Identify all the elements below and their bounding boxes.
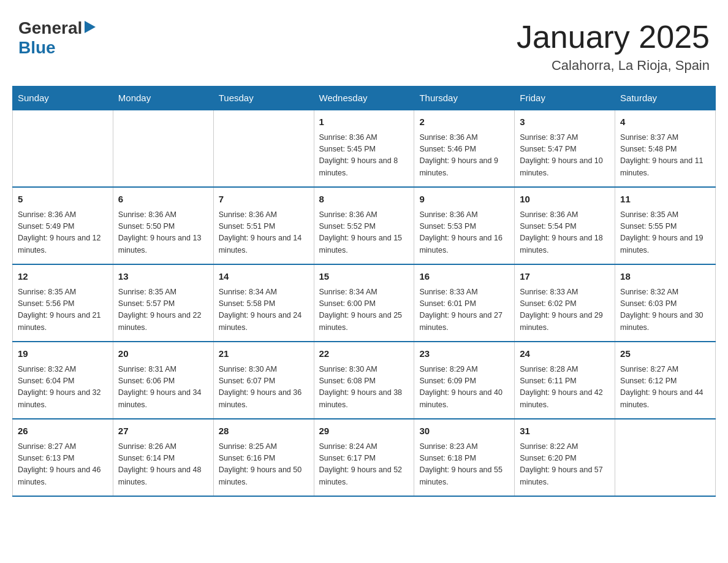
calendar-cell: 26Sunrise: 8:27 AMSunset: 6:13 PMDayligh… bbox=[13, 419, 113, 496]
day-info: Sunrise: 8:36 AMSunset: 5:45 PMDaylight:… bbox=[319, 132, 409, 180]
calendar-cell bbox=[13, 110, 113, 187]
day-info: Sunrise: 8:29 AMSunset: 6:09 PMDaylight:… bbox=[419, 364, 509, 412]
calendar-cell: 21Sunrise: 8:30 AMSunset: 6:07 PMDayligh… bbox=[213, 342, 314, 419]
calendar-cell: 18Sunrise: 8:32 AMSunset: 6:03 PMDayligh… bbox=[615, 264, 716, 342]
day-info: Sunrise: 8:34 AMSunset: 5:58 PMDaylight:… bbox=[219, 286, 309, 334]
calendar-cell: 8Sunrise: 8:36 AMSunset: 5:52 PMDaylight… bbox=[314, 187, 414, 264]
day-info: Sunrise: 8:30 AMSunset: 6:08 PMDaylight:… bbox=[319, 364, 409, 412]
day-number: 21 bbox=[219, 347, 309, 361]
day-info: Sunrise: 8:33 AMSunset: 6:02 PMDaylight:… bbox=[520, 286, 610, 334]
calendar-cell: 2Sunrise: 8:36 AMSunset: 5:46 PMDaylight… bbox=[414, 110, 515, 187]
day-number: 30 bbox=[419, 424, 509, 439]
day-info: Sunrise: 8:35 AMSunset: 5:57 PMDaylight:… bbox=[118, 286, 208, 334]
day-info: Sunrise: 8:23 AMSunset: 6:18 PMDaylight:… bbox=[419, 441, 509, 489]
day-number: 5 bbox=[18, 193, 108, 207]
day-number: 27 bbox=[118, 424, 208, 439]
logo: General Blue bbox=[18, 18, 98, 58]
logo-general-text: General bbox=[18, 18, 82, 38]
day-number: 7 bbox=[219, 193, 309, 207]
calendar-cell: 24Sunrise: 8:28 AMSunset: 6:11 PMDayligh… bbox=[515, 342, 615, 419]
calendar-cell: 25Sunrise: 8:27 AMSunset: 6:12 PMDayligh… bbox=[615, 342, 716, 419]
day-number: 20 bbox=[118, 347, 208, 361]
day-of-week-header: Tuesday bbox=[213, 86, 314, 110]
page-subtitle: Calahorra, La Rioja, Spain bbox=[517, 58, 710, 74]
day-number: 1 bbox=[319, 115, 409, 129]
calendar-cell: 15Sunrise: 8:34 AMSunset: 6:00 PMDayligh… bbox=[314, 264, 414, 342]
day-number: 6 bbox=[118, 193, 208, 207]
calendar-cell: 19Sunrise: 8:32 AMSunset: 6:04 PMDayligh… bbox=[13, 342, 113, 419]
day-number: 29 bbox=[319, 424, 409, 439]
calendar-cell: 20Sunrise: 8:31 AMSunset: 6:06 PMDayligh… bbox=[113, 342, 213, 419]
calendar-cell: 1Sunrise: 8:36 AMSunset: 5:45 PMDaylight… bbox=[314, 110, 414, 187]
day-number: 22 bbox=[319, 347, 409, 361]
day-info: Sunrise: 8:30 AMSunset: 6:07 PMDaylight:… bbox=[219, 364, 309, 412]
calendar-cell: 16Sunrise: 8:33 AMSunset: 6:01 PMDayligh… bbox=[414, 264, 515, 342]
calendar-week-row: 1Sunrise: 8:36 AMSunset: 5:45 PMDaylight… bbox=[13, 110, 716, 187]
day-number: 24 bbox=[520, 347, 610, 361]
page-header: General Blue January 2025 Calahorra, La … bbox=[12, 12, 716, 74]
calendar-cell: 17Sunrise: 8:33 AMSunset: 6:02 PMDayligh… bbox=[515, 264, 615, 342]
day-number: 14 bbox=[219, 270, 309, 284]
day-of-week-header: Friday bbox=[515, 86, 615, 110]
day-info: Sunrise: 8:36 AMSunset: 5:54 PMDaylight:… bbox=[520, 209, 610, 257]
day-number: 10 bbox=[520, 193, 610, 207]
calendar-cell: 27Sunrise: 8:26 AMSunset: 6:14 PMDayligh… bbox=[113, 419, 213, 496]
calendar-cell: 12Sunrise: 8:35 AMSunset: 5:56 PMDayligh… bbox=[13, 264, 113, 342]
calendar-header-row: SundayMondayTuesdayWednesdayThursdayFrid… bbox=[13, 86, 716, 110]
page-title: January 2025 bbox=[517, 18, 710, 55]
day-info: Sunrise: 8:32 AMSunset: 6:04 PMDaylight:… bbox=[18, 364, 108, 412]
day-info: Sunrise: 8:33 AMSunset: 6:01 PMDaylight:… bbox=[419, 286, 509, 334]
day-info: Sunrise: 8:37 AMSunset: 5:48 PMDaylight:… bbox=[620, 132, 710, 180]
calendar-cell: 31Sunrise: 8:22 AMSunset: 6:20 PMDayligh… bbox=[515, 419, 615, 496]
calendar-cell: 28Sunrise: 8:25 AMSunset: 6:16 PMDayligh… bbox=[213, 419, 314, 496]
day-of-week-header: Monday bbox=[113, 86, 213, 110]
day-info: Sunrise: 8:36 AMSunset: 5:53 PMDaylight:… bbox=[419, 209, 509, 257]
calendar-cell: 5Sunrise: 8:36 AMSunset: 5:49 PMDaylight… bbox=[13, 187, 113, 264]
day-number: 9 bbox=[419, 193, 509, 207]
day-number: 18 bbox=[620, 270, 710, 284]
calendar-week-row: 12Sunrise: 8:35 AMSunset: 5:56 PMDayligh… bbox=[13, 264, 716, 342]
day-number: 16 bbox=[419, 270, 509, 284]
day-info: Sunrise: 8:27 AMSunset: 6:13 PMDaylight:… bbox=[18, 441, 108, 489]
calendar-cell bbox=[615, 419, 716, 496]
day-info: Sunrise: 8:25 AMSunset: 6:16 PMDaylight:… bbox=[219, 441, 309, 489]
day-number: 12 bbox=[18, 270, 108, 284]
day-info: Sunrise: 8:35 AMSunset: 5:56 PMDaylight:… bbox=[18, 286, 108, 334]
calendar-cell: 11Sunrise: 8:35 AMSunset: 5:55 PMDayligh… bbox=[615, 187, 716, 264]
day-info: Sunrise: 8:31 AMSunset: 6:06 PMDaylight:… bbox=[118, 364, 208, 412]
day-info: Sunrise: 8:27 AMSunset: 6:12 PMDaylight:… bbox=[620, 364, 710, 412]
calendar-cell: 10Sunrise: 8:36 AMSunset: 5:54 PMDayligh… bbox=[515, 187, 615, 264]
day-number: 4 bbox=[620, 115, 710, 129]
calendar-cell: 29Sunrise: 8:24 AMSunset: 6:17 PMDayligh… bbox=[314, 419, 414, 496]
day-number: 8 bbox=[319, 193, 409, 207]
calendar-cell: 30Sunrise: 8:23 AMSunset: 6:18 PMDayligh… bbox=[414, 419, 515, 496]
day-of-week-header: Sunday bbox=[13, 86, 113, 110]
calendar-week-row: 19Sunrise: 8:32 AMSunset: 6:04 PMDayligh… bbox=[13, 342, 716, 419]
day-info: Sunrise: 8:26 AMSunset: 6:14 PMDaylight:… bbox=[118, 441, 208, 489]
calendar-cell bbox=[213, 110, 314, 187]
calendar-cell: 6Sunrise: 8:36 AMSunset: 5:50 PMDaylight… bbox=[113, 187, 213, 264]
day-info: Sunrise: 8:32 AMSunset: 6:03 PMDaylight:… bbox=[620, 286, 710, 334]
day-of-week-header: Wednesday bbox=[314, 86, 414, 110]
svg-marker-0 bbox=[85, 21, 96, 33]
calendar-cell: 14Sunrise: 8:34 AMSunset: 5:58 PMDayligh… bbox=[213, 264, 314, 342]
calendar-cell: 23Sunrise: 8:29 AMSunset: 6:09 PMDayligh… bbox=[414, 342, 515, 419]
day-number: 23 bbox=[419, 347, 509, 361]
day-number: 17 bbox=[520, 270, 610, 284]
day-info: Sunrise: 8:37 AMSunset: 5:47 PMDaylight:… bbox=[520, 132, 610, 180]
title-block: January 2025 Calahorra, La Rioja, Spain bbox=[517, 18, 710, 74]
day-info: Sunrise: 8:28 AMSunset: 6:11 PMDaylight:… bbox=[520, 364, 610, 412]
day-number: 2 bbox=[419, 115, 509, 129]
day-number: 19 bbox=[18, 347, 108, 361]
day-of-week-header: Thursday bbox=[414, 86, 515, 110]
calendar-week-row: 5Sunrise: 8:36 AMSunset: 5:49 PMDaylight… bbox=[13, 187, 716, 264]
day-of-week-header: Saturday bbox=[615, 86, 716, 110]
calendar-week-row: 26Sunrise: 8:27 AMSunset: 6:13 PMDayligh… bbox=[13, 419, 716, 496]
day-info: Sunrise: 8:22 AMSunset: 6:20 PMDaylight:… bbox=[520, 441, 610, 489]
logo-blue-text: Blue bbox=[18, 38, 56, 58]
day-info: Sunrise: 8:36 AMSunset: 5:50 PMDaylight:… bbox=[118, 209, 208, 257]
calendar-cell: 4Sunrise: 8:37 AMSunset: 5:48 PMDaylight… bbox=[615, 110, 716, 187]
calendar-cell: 13Sunrise: 8:35 AMSunset: 5:57 PMDayligh… bbox=[113, 264, 213, 342]
day-number: 15 bbox=[319, 270, 409, 284]
day-number: 26 bbox=[18, 424, 108, 439]
